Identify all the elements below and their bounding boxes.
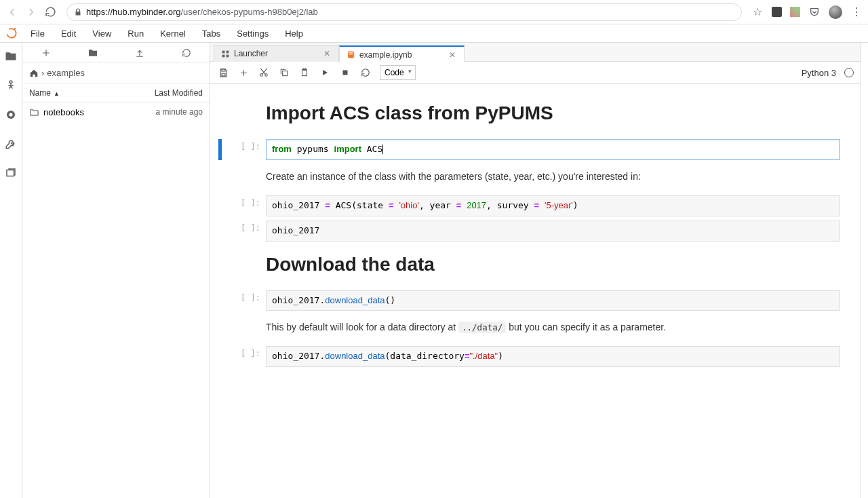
close-icon[interactable]: ✕ xyxy=(322,49,332,58)
pocket-icon[interactable] xyxy=(808,6,821,18)
markdown-cell[interactable]: Import ACS class from PyPUMS xyxy=(218,94,840,135)
svg-point-4 xyxy=(9,113,12,116)
markdown-cell[interactable]: Create an instance of the class with the… xyxy=(218,164,840,191)
menu-view[interactable]: View xyxy=(84,26,119,41)
svg-rect-9 xyxy=(226,54,229,57)
svg-rect-14 xyxy=(222,73,225,76)
svg-rect-8 xyxy=(222,54,225,57)
svg-point-1 xyxy=(14,28,16,30)
menu-edit[interactable]: Edit xyxy=(53,26,84,41)
code-input[interactable]: ohio_2017.download_data() xyxy=(266,290,840,311)
new-folder-button[interactable] xyxy=(85,45,101,61)
restart-button[interactable] xyxy=(359,66,372,79)
notebook-content[interactable]: Import ACS class from PyPUMS [ ]: from p… xyxy=(210,84,861,498)
code-input[interactable]: ohio_2017 xyxy=(266,221,840,242)
paste-button[interactable] xyxy=(298,66,311,79)
ext-icon-2[interactable] xyxy=(790,7,800,17)
run-button[interactable] xyxy=(319,66,331,79)
menu-help[interactable]: Help xyxy=(277,26,311,41)
activity-commands[interactable] xyxy=(1,105,20,124)
close-icon[interactable]: ✕ xyxy=(448,50,457,60)
tab-label: Launcher xyxy=(234,49,268,58)
col-name[interactable]: Name▲ xyxy=(29,88,60,98)
markdown-cell[interactable]: This by default will look for a data dir… xyxy=(218,315,840,342)
address-bar[interactable]: https://hub.mybinder.org/user/chekos-pyp… xyxy=(66,3,742,21)
cut-button[interactable] xyxy=(258,66,270,79)
url-text: https://hub.mybinder.org/user/chekos-pyp… xyxy=(86,7,318,17)
code-cell[interactable]: [ ]: ohio_2017.download_data() xyxy=(218,290,840,311)
activity-running[interactable] xyxy=(1,76,20,95)
svg-rect-13 xyxy=(222,69,225,71)
cell-prompt: [ ]: xyxy=(229,221,266,242)
svg-rect-7 xyxy=(226,50,229,53)
breadcrumb-sep: › xyxy=(41,68,44,78)
kebab-menu-icon[interactable]: ⋮ xyxy=(850,6,863,18)
star-icon[interactable]: ☆ xyxy=(751,6,764,18)
svg-rect-20 xyxy=(343,71,348,75)
back-button[interactable] xyxy=(5,5,19,19)
menu-tabs[interactable]: Tabs xyxy=(194,26,229,41)
kernel-name[interactable]: Python 3 xyxy=(802,68,836,78)
file-modified: a minute ago xyxy=(156,107,203,117)
activity-bar xyxy=(0,43,22,498)
file-name: notebooks xyxy=(43,107,84,117)
copy-button[interactable] xyxy=(278,66,290,79)
file-row[interactable]: notebooks a minute ago xyxy=(22,102,210,121)
code-cell[interactable]: [ ]: ohio_2017.download_data(data_direct… xyxy=(218,346,840,367)
col-modified[interactable]: Last Modified xyxy=(155,88,203,98)
activity-tabs[interactable] xyxy=(1,164,20,183)
cell-prompt: [ ]: xyxy=(229,290,266,311)
activity-wrench[interactable] xyxy=(1,134,20,153)
tab-label: example.ipynb xyxy=(359,50,412,60)
file-browser: › examples Name▲ Last Modified notebooks… xyxy=(22,43,210,498)
save-button[interactable] xyxy=(217,66,229,79)
svg-rect-11 xyxy=(349,52,353,53)
home-icon[interactable] xyxy=(29,69,39,78)
code-input[interactable]: ohio_2017.download_data(data_directory="… xyxy=(266,346,840,367)
cell-prompt: [ ]: xyxy=(229,139,266,160)
svg-rect-17 xyxy=(283,71,288,76)
reload-button[interactable] xyxy=(43,5,57,19)
breadcrumb[interactable]: › examples xyxy=(22,63,210,83)
tab-example-ipynb[interactable]: example.ipynb ✕ xyxy=(339,45,465,62)
jupyter-logo[interactable] xyxy=(0,26,22,40)
ext-icon-1[interactable] xyxy=(772,7,782,17)
refresh-button[interactable] xyxy=(178,45,195,61)
menu-run[interactable]: Run xyxy=(119,26,152,41)
heading: Download the data xyxy=(266,254,840,275)
menu-settings[interactable]: Settings xyxy=(229,26,277,41)
code-cell[interactable]: [ ]: from pypums import ACS xyxy=(218,139,840,160)
code-input[interactable]: from pypums import ACS xyxy=(266,139,840,160)
profile-avatar-icon[interactable] xyxy=(829,5,842,19)
insert-cell-button[interactable] xyxy=(237,66,250,79)
heading: Import ACS class from PyPUMS xyxy=(266,102,840,124)
kernel-status-icon[interactable] xyxy=(844,68,854,77)
activity-filebrowser[interactable] xyxy=(1,47,20,66)
svg-rect-12 xyxy=(349,54,353,54)
forward-button[interactable] xyxy=(24,5,38,19)
svg-rect-6 xyxy=(222,50,225,53)
markdown-cell[interactable]: Download the data xyxy=(218,246,840,286)
tab-bar: Launcher ✕ example.ipynb ✕ xyxy=(210,43,861,62)
upload-button[interactable] xyxy=(132,45,148,61)
cell-prompt: [ ]: xyxy=(229,346,266,367)
browser-chrome: https://hub.mybinder.org/user/chekos-pyp… xyxy=(0,0,868,24)
folder-icon xyxy=(29,107,39,117)
notebook-toolbar: Code Python 3 xyxy=(210,62,861,84)
lock-icon xyxy=(74,8,82,16)
new-launcher-button[interactable] xyxy=(38,45,54,61)
interrupt-button[interactable] xyxy=(339,66,351,79)
cell-type-select[interactable]: Code xyxy=(380,65,416,80)
code-cell[interactable]: [ ]: ohio_2017 xyxy=(218,221,840,242)
menu-kernel[interactable]: Kernel xyxy=(152,26,194,41)
tab-launcher[interactable]: Launcher ✕ xyxy=(214,45,339,62)
code-input[interactable]: ohio_2017 = ACS(state = 'ohio', year = 2… xyxy=(266,195,840,216)
cell-prompt: [ ]: xyxy=(229,195,266,216)
code-cell[interactable]: [ ]: ohio_2017 = ACS(state = 'ohio', yea… xyxy=(218,195,840,216)
notebook-icon xyxy=(347,50,355,59)
paragraph: This by default will look for a data dir… xyxy=(266,322,840,332)
paragraph: Create an instance of the class with the… xyxy=(266,171,840,182)
breadcrumb-item[interactable]: examples xyxy=(47,68,85,78)
menu-bar: File Edit View Run Kernel Tabs Settings … xyxy=(0,24,868,43)
menu-file[interactable]: File xyxy=(22,26,53,41)
